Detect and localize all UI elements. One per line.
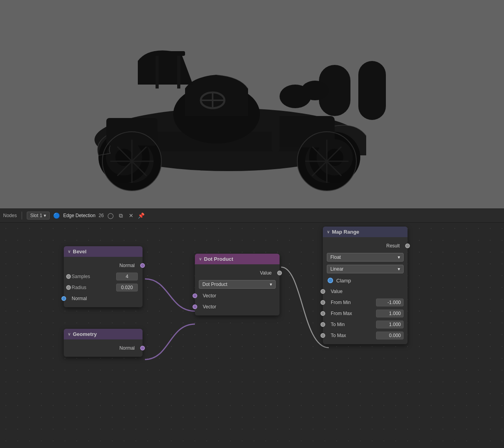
dp-operation-label: Dot Product bbox=[202, 282, 227, 287]
map-range-from-min-socket[interactable] bbox=[321, 300, 325, 305]
map-range-float-chevron: ▾ bbox=[398, 254, 400, 260]
3d-viewport[interactable] bbox=[0, 0, 504, 208]
svg-rect-21 bbox=[272, 112, 280, 151]
svg-rect-23 bbox=[156, 53, 159, 88]
bevel-radius-row: Radius 0.020 bbox=[64, 282, 143, 293]
geometry-normal-output-label: Normal bbox=[119, 345, 135, 351]
map-range-linear-label: Linear bbox=[330, 266, 343, 272]
bevel-radius-socket[interactable] bbox=[66, 285, 71, 290]
map-range-result-row: Result bbox=[323, 240, 408, 251]
map-range-value-row: Value bbox=[323, 286, 408, 297]
nodes-label: Nodes bbox=[3, 213, 17, 218]
node-count: 26 bbox=[98, 213, 104, 218]
bevel-normal-input-row: Normal bbox=[64, 293, 143, 304]
copy-icon[interactable]: ⧉ bbox=[117, 212, 124, 219]
bevel-normal-output-socket[interactable] bbox=[140, 263, 145, 268]
svg-point-27 bbox=[301, 81, 329, 100]
bevel-node-title: Bevel bbox=[73, 249, 87, 254]
dp-value-label: Value bbox=[260, 270, 272, 276]
map-range-to-max-row: To Max 0.000 bbox=[323, 330, 408, 341]
map-range-from-max-socket[interactable] bbox=[321, 311, 325, 316]
bevel-node-header[interactable]: ∨ Bevel bbox=[64, 246, 143, 257]
material-name: Edge Detection bbox=[63, 213, 95, 218]
dp-vector2-label: Vector bbox=[203, 304, 216, 310]
bevel-samples-label: Samples bbox=[72, 274, 90, 279]
dot-product-collapse-icon[interactable]: ∨ bbox=[199, 257, 202, 261]
map-range-to-max-socket[interactable] bbox=[321, 333, 325, 338]
pin-icon[interactable]: 📌 bbox=[138, 212, 145, 219]
clamp-label: Clamp bbox=[336, 278, 351, 284]
bevel-node-body: Normal Samples 4 Radius bbox=[64, 257, 143, 307]
map-range-from-max-row: From Max 1.000 bbox=[323, 308, 408, 319]
bevel-normal-output-label: Normal bbox=[119, 263, 135, 268]
dot-product-node-header[interactable]: ∨ Dot Product bbox=[195, 254, 280, 264]
sphere-icon: 🔵 bbox=[53, 212, 60, 219]
bevel-radius-label: Radius bbox=[72, 285, 86, 290]
map-range-from-min-row: From Min -1.000 bbox=[323, 297, 408, 308]
bevel-normal-input-socket[interactable] bbox=[61, 296, 66, 301]
map-range-float-select[interactable]: Float ▾ bbox=[327, 253, 404, 262]
map-range-node-header[interactable]: ∨ Map Range bbox=[323, 227, 408, 237]
map-range-node[interactable]: ∨ Map Range Result Float ▾ Linear ▾ bbox=[323, 227, 408, 344]
bevel-samples-socket[interactable] bbox=[66, 274, 71, 279]
dp-operation-wrapper[interactable]: Dot Product ▾ bbox=[195, 278, 280, 290]
dp-vector1-row: Vector bbox=[195, 290, 280, 301]
close-icon[interactable]: ✕ bbox=[128, 212, 135, 219]
bevel-normal-input-label: Normal bbox=[72, 296, 87, 301]
dp-value-output-socket[interactable] bbox=[277, 271, 282, 275]
map-range-to-min-label: To Min bbox=[331, 322, 345, 327]
geometry-normal-output-socket[interactable] bbox=[140, 346, 145, 350]
geometry-node-title: Geometry bbox=[73, 331, 97, 337]
bevel-samples-value[interactable]: 4 bbox=[116, 273, 138, 280]
map-range-from-min-value[interactable]: -1.000 bbox=[376, 299, 404, 306]
map-range-to-min-value[interactable]: 1.000 bbox=[376, 321, 404, 328]
geometry-node-body: Normal bbox=[64, 339, 143, 357]
map-range-collapse-icon[interactable]: ∨ bbox=[327, 230, 330, 234]
dp-vector2-socket[interactable] bbox=[193, 304, 197, 309]
svg-rect-25 bbox=[154, 51, 185, 56]
svg-rect-7 bbox=[358, 61, 386, 120]
svg-rect-24 bbox=[177, 53, 180, 88]
dot-product-node-body: Value Dot Product ▾ Vector Vector bbox=[195, 264, 280, 315]
geometry-normal-output-row: Normal bbox=[64, 343, 143, 354]
slot-selector[interactable]: Slot 1 ▾ bbox=[27, 212, 50, 219]
slot-label: Slot 1 bbox=[30, 213, 43, 218]
dot-product-node[interactable]: ∨ Dot Product Value Dot Product ▾ Vector bbox=[195, 254, 280, 315]
map-range-from-min-label: From Min bbox=[331, 300, 351, 305]
map-range-result-socket[interactable] bbox=[405, 243, 410, 248]
dp-vector2-row: Vector bbox=[195, 301, 280, 312]
map-range-float-wrapper[interactable]: Float ▾ bbox=[323, 251, 408, 263]
map-range-to-max-label: To Max bbox=[331, 333, 346, 338]
map-range-clamp-row: Clamp bbox=[323, 275, 408, 286]
bevel-samples-row: Samples 4 bbox=[64, 271, 143, 282]
map-range-result-label: Result bbox=[386, 243, 400, 249]
dp-operation-chevron: ▾ bbox=[270, 282, 272, 287]
map-range-value-socket[interactable] bbox=[321, 289, 325, 294]
bevel-radius-value[interactable]: 0.020 bbox=[116, 284, 138, 291]
map-range-value-label: Value bbox=[331, 289, 343, 294]
node-editor-toolbar: Nodes Slot 1 ▾ 🔵 Edge Detection 26 ◯ ⧉ ✕… bbox=[0, 208, 504, 223]
map-range-linear-wrapper[interactable]: Linear ▾ bbox=[323, 263, 408, 275]
dot-product-node-title: Dot Product bbox=[204, 256, 233, 262]
clamp-toggle[interactable] bbox=[328, 278, 333, 283]
node-editor-canvas[interactable]: ∨ Bevel Normal Samples 4 bbox=[0, 223, 504, 448]
map-range-float-label: Float bbox=[330, 254, 341, 260]
map-range-from-max-value[interactable]: 1.000 bbox=[376, 310, 404, 317]
geometry-node-header[interactable]: ∨ Geometry bbox=[64, 329, 143, 339]
dp-vector1-label: Vector bbox=[203, 293, 216, 299]
separator-1 bbox=[22, 212, 22, 219]
map-range-from-max-label: From Max bbox=[331, 311, 352, 316]
map-range-linear-select[interactable]: Linear ▾ bbox=[327, 265, 404, 273]
map-range-to-max-value[interactable]: 0.000 bbox=[376, 332, 404, 339]
map-range-node-title: Map Range bbox=[332, 229, 359, 235]
map-range-to-min-socket[interactable] bbox=[321, 322, 325, 327]
dp-value-output-row: Value bbox=[195, 267, 280, 278]
geometry-collapse-icon[interactable]: ∨ bbox=[68, 332, 70, 336]
dp-vector1-socket[interactable] bbox=[193, 293, 197, 298]
geometry-node[interactable]: ∨ Geometry Normal bbox=[64, 329, 143, 357]
bevel-collapse-icon[interactable]: ∨ bbox=[68, 249, 70, 254]
dp-operation-select[interactable]: Dot Product ▾ bbox=[199, 280, 276, 289]
map-range-linear-chevron: ▾ bbox=[398, 266, 400, 272]
shield-icon: ◯ bbox=[107, 212, 114, 219]
bevel-node[interactable]: ∨ Bevel Normal Samples 4 bbox=[64, 246, 143, 307]
